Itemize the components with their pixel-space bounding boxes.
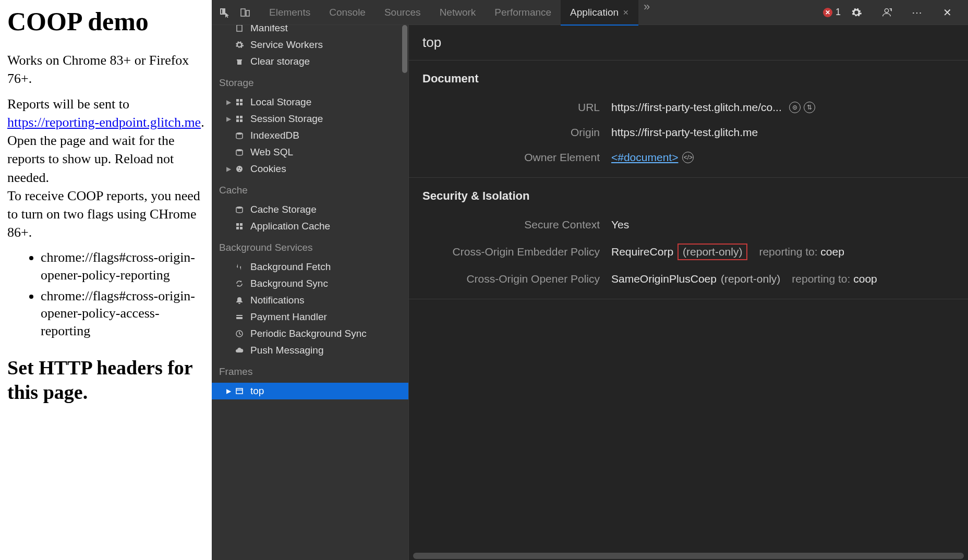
copy-icon[interactable]: ⊜ bbox=[789, 102, 801, 113]
page-p2: Open the page and wait for the reports t… bbox=[7, 133, 175, 185]
value-secure-context: Yes bbox=[611, 218, 629, 231]
page-p3: To receive COOP reports, you need to tur… bbox=[7, 188, 200, 240]
clock-icon bbox=[234, 328, 245, 339]
cookie-icon bbox=[234, 163, 245, 175]
svg-point-12 bbox=[236, 132, 243, 135]
inspect-element-icon[interactable] bbox=[218, 6, 231, 19]
sidebar-item-label: Manifest bbox=[250, 25, 288, 34]
coop-reporting-endpoint: coop bbox=[853, 273, 877, 285]
row-coep: Cross-Origin Embedder Policy RequireCorp… bbox=[409, 237, 968, 266]
sidebar-item-label: Payment Handler bbox=[250, 311, 327, 323]
page-lead: Works on Chrome 83+ or Firefox 76+. bbox=[7, 51, 204, 88]
close-icon[interactable]: ✕ bbox=[623, 8, 629, 17]
chevron-right-icon: ▶ bbox=[225, 115, 232, 123]
sidebar-item-indexeddb[interactable]: IndexedDB bbox=[212, 127, 408, 144]
sidebar-item-notifications[interactable]: Notifications bbox=[212, 292, 408, 309]
feedback-icon[interactable] bbox=[880, 6, 893, 19]
sidebar-item-periodic-bg-sync[interactable]: Periodic Background Sync bbox=[212, 325, 408, 342]
sidebar-item-cache-storage[interactable]: Cache Storage bbox=[212, 201, 408, 218]
coep-reporting-prefix: reporting to: bbox=[759, 246, 820, 258]
sidebar-item-session-storage[interactable]: ▶ Session Storage bbox=[212, 111, 408, 127]
coep-report-only-badge: (report-only) bbox=[677, 244, 747, 260]
svg-point-13 bbox=[236, 149, 243, 151]
reveal-icon[interactable]: ⇅ bbox=[804, 102, 815, 113]
sidebar-item-label: Service Workers bbox=[250, 39, 323, 51]
svg-point-14 bbox=[236, 166, 243, 172]
sidebar-item-local-storage[interactable]: ▶ Local Storage bbox=[212, 94, 408, 111]
svg-rect-19 bbox=[236, 223, 239, 226]
svg-point-15 bbox=[238, 167, 239, 168]
svg-rect-5 bbox=[240, 99, 243, 102]
value-url: https://first-party-test.glitch.me/co... bbox=[611, 101, 782, 114]
tab-performance[interactable]: Performance bbox=[485, 0, 561, 25]
more-tabs-icon[interactable]: » bbox=[644, 0, 650, 25]
sidebar-item-label: Background Sync bbox=[250, 278, 328, 289]
sidebar-item-web-sql[interactable]: Web SQL bbox=[212, 144, 408, 161]
sidebar-item-service-workers[interactable]: Service Workers bbox=[212, 36, 408, 53]
owner-element-link[interactable]: <#document> bbox=[611, 151, 678, 164]
coep-reporting-endpoint: coep bbox=[820, 246, 844, 258]
sidebar-item-payment-handler[interactable]: Payment Handler bbox=[212, 309, 408, 325]
svg-rect-11 bbox=[240, 119, 243, 122]
label-coop: Cross-Origin Opener Policy bbox=[422, 273, 600, 285]
section-divider bbox=[409, 299, 968, 299]
label-owner-element: Owner Element bbox=[422, 151, 600, 164]
sidebar-item-label: top bbox=[250, 385, 264, 397]
close-devtools-icon[interactable]: ✕ bbox=[941, 6, 953, 19]
svg-rect-26 bbox=[236, 388, 243, 394]
svg-rect-6 bbox=[236, 103, 239, 105]
sidebar-section-storage: Storage bbox=[212, 70, 408, 94]
gear-icon bbox=[234, 39, 245, 51]
sidebar-item-application-cache[interactable]: Application Cache bbox=[212, 218, 408, 235]
sidebar-item-label: Cookies bbox=[250, 163, 286, 175]
flag-item-1: chrome://flags#cross-origin-opener-polic… bbox=[41, 249, 204, 284]
sidebar-item-background-fetch[interactable]: Background Fetch bbox=[212, 259, 408, 275]
gear-icon[interactable] bbox=[850, 6, 863, 19]
sidebar-item-frames-top[interactable]: ▶ top bbox=[212, 383, 408, 399]
devtools-body: Manifest Service Workers Clear storage S… bbox=[212, 25, 968, 560]
device-toggle-icon[interactable] bbox=[239, 6, 251, 19]
section-title-document: Document bbox=[409, 60, 968, 95]
sidebar-scrollbar[interactable] bbox=[402, 25, 407, 73]
label-origin: Origin bbox=[422, 126, 600, 139]
grid-icon bbox=[234, 113, 245, 125]
devtools-panel: Elements Console Sources Network Perform… bbox=[212, 0, 968, 560]
section-title-security: Security & Isolation bbox=[409, 178, 968, 212]
error-count: 1 bbox=[836, 7, 841, 18]
sidebar-item-label: Push Messaging bbox=[250, 345, 323, 356]
flag-item-2: chrome://flags#cross-origin-opener-polic… bbox=[41, 287, 204, 340]
coop-reporting-prefix: reporting to: bbox=[792, 273, 853, 285]
sidebar-item-clear-storage[interactable]: Clear storage bbox=[212, 53, 408, 70]
label-url: URL bbox=[422, 101, 600, 114]
tab-console[interactable]: Console bbox=[320, 0, 375, 25]
code-icon[interactable]: </> bbox=[682, 152, 694, 163]
tab-elements[interactable]: Elements bbox=[260, 0, 320, 25]
coop-reporting-to: reporting to: coop bbox=[792, 273, 877, 285]
sidebar-item-label: Background Fetch bbox=[250, 261, 331, 273]
document-icon bbox=[234, 25, 245, 34]
coep-reporting-to: reporting to: coep bbox=[759, 246, 844, 258]
sidebar-item-manifest[interactable]: Manifest bbox=[212, 25, 408, 36]
application-sidebar: Manifest Service Workers Clear storage S… bbox=[212, 25, 409, 560]
svg-rect-4 bbox=[236, 99, 239, 102]
sidebar-item-label: IndexedDB bbox=[250, 130, 299, 141]
svg-point-18 bbox=[236, 206, 243, 209]
tab-application[interactable]: Application ✕ bbox=[561, 0, 638, 25]
sidebar-item-push-messaging[interactable]: Push Messaging bbox=[212, 342, 408, 359]
database-icon bbox=[234, 147, 245, 158]
sync-icon bbox=[234, 278, 245, 289]
sidebar-item-label: Session Storage bbox=[250, 113, 323, 125]
svg-rect-10 bbox=[236, 119, 239, 122]
card-icon bbox=[234, 311, 245, 323]
horizontal-scrollbar[interactable] bbox=[413, 553, 964, 559]
svg-rect-0 bbox=[241, 9, 245, 16]
tab-network[interactable]: Network bbox=[430, 0, 486, 25]
tab-sources[interactable]: Sources bbox=[375, 0, 430, 25]
sidebar-item-cookies[interactable]: ▶ Cookies bbox=[212, 161, 408, 177]
reporting-endpoint-link[interactable]: https://reporting-endpoint.glitch.me bbox=[7, 115, 201, 130]
kebab-icon[interactable]: ⋯ bbox=[911, 6, 923, 19]
svg-rect-7 bbox=[240, 103, 243, 105]
error-badge[interactable]: ✕ 1 bbox=[823, 7, 841, 18]
page-h2: Set HTTP headers for this page. bbox=[7, 356, 204, 405]
sidebar-item-background-sync[interactable]: Background Sync bbox=[212, 275, 408, 292]
